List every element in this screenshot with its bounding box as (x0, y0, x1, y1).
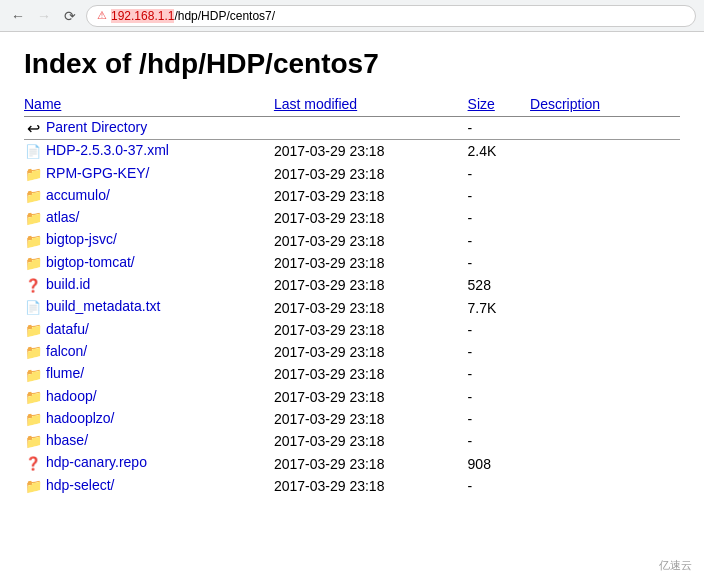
col-size-sort-link[interactable]: Size (468, 96, 495, 112)
file-description-cell (530, 296, 680, 318)
file-name-cell: 📁hadoop/ (24, 386, 274, 408)
table-row: ❓build.id2017-03-29 23:18528 (24, 274, 680, 296)
file-modified-cell (274, 117, 468, 140)
file-link[interactable]: accumulo/ (46, 187, 110, 203)
table-row: 📁accumulo/2017-03-29 23:18- (24, 185, 680, 207)
file-modified-cell: 2017-03-29 23:18 (274, 341, 468, 363)
table-row: 📄HDP-2.5.3.0-37.xml2017-03-29 23:182.4K (24, 140, 680, 162)
file-link[interactable]: HDP-2.5.3.0-37.xml (46, 142, 169, 158)
file-size-cell: - (468, 363, 530, 385)
file-name-cell: 📁datafu/ (24, 319, 274, 341)
folder-icon: 📁 (24, 187, 42, 205)
file-name-cell: 📄build_metadata.txt (24, 296, 274, 318)
col-header-name: Name (24, 92, 274, 117)
page-title: Index of /hdp/HDP/centos7 (24, 48, 680, 80)
folder-icon: 📁 (24, 232, 42, 250)
file-modified-cell: 2017-03-29 23:18 (274, 140, 468, 162)
col-header-description: Description (530, 92, 680, 117)
file-description-cell (530, 274, 680, 296)
table-row: 📄build_metadata.txt2017-03-29 23:187.7K (24, 296, 680, 318)
file-name-cell: 📁hbase/ (24, 430, 274, 452)
url-text: 192.168.1.1/hdp/HDP/centos7/ (111, 9, 275, 23)
file-link[interactable]: Parent Directory (46, 119, 147, 135)
folder-icon: 📁 (24, 477, 42, 495)
col-modified-sort-link[interactable]: Last modified (274, 96, 357, 112)
file-size-cell: - (468, 475, 530, 497)
address-bar[interactable]: ⚠ 192.168.1.1/hdp/HDP/centos7/ (86, 5, 696, 27)
file-size-cell: - (468, 163, 530, 185)
file-listing-table: Name Last modified Size Description ↩Par… (24, 92, 680, 497)
file-name-cell: 📁hdp-select/ (24, 475, 274, 497)
page-content: Index of /hdp/HDP/centos7 Name Last modi… (0, 32, 704, 513)
file-name-cell: 📁accumulo/ (24, 185, 274, 207)
file-link[interactable]: hbase/ (46, 432, 88, 448)
file-link[interactable]: build.id (46, 276, 90, 292)
col-desc-sort-link[interactable]: Description (530, 96, 600, 112)
file-name-cell: 📁falcon/ (24, 341, 274, 363)
file-description-cell (530, 117, 680, 140)
col-header-size: Size (468, 92, 530, 117)
file-modified-cell: 2017-03-29 23:18 (274, 229, 468, 251)
back-button[interactable]: ← (8, 6, 28, 26)
file-modified-cell: 2017-03-29 23:18 (274, 207, 468, 229)
file-link[interactable]: falcon/ (46, 343, 87, 359)
col-name-sort-link[interactable]: Name (24, 96, 61, 112)
table-row: 📁hadooplzo/2017-03-29 23:18- (24, 408, 680, 430)
folder-icon: 📁 (24, 388, 42, 406)
file-text-icon: 📄 (24, 299, 42, 317)
file-modified-cell: 2017-03-29 23:18 (274, 408, 468, 430)
forward-button[interactable]: → (34, 6, 54, 26)
folder-icon: 📁 (24, 209, 42, 227)
file-size-cell: - (468, 386, 530, 408)
url-highlighted-part: 192.168.1.1 (111, 9, 174, 23)
file-modified-cell: 2017-03-29 23:18 (274, 252, 468, 274)
file-description-cell (530, 452, 680, 474)
file-text-icon: 📄 (24, 143, 42, 161)
unknown-file-icon: ❓ (24, 276, 42, 294)
file-link[interactable]: datafu/ (46, 321, 89, 337)
file-size-cell: - (468, 117, 530, 140)
folder-icon: 📁 (24, 432, 42, 450)
file-modified-cell: 2017-03-29 23:18 (274, 475, 468, 497)
file-description-cell (530, 163, 680, 185)
reload-button[interactable]: ⟳ (60, 6, 80, 26)
folder-icon: 📁 (24, 254, 42, 272)
file-name-cell: ❓hdp-canary.repo (24, 452, 274, 474)
file-link[interactable]: atlas/ (46, 209, 79, 225)
file-modified-cell: 2017-03-29 23:18 (274, 274, 468, 296)
file-link[interactable]: hadooplzo/ (46, 410, 115, 426)
file-description-cell (530, 386, 680, 408)
table-row: 📁atlas/2017-03-29 23:18- (24, 207, 680, 229)
table-row: 📁datafu/2017-03-29 23:18- (24, 319, 680, 341)
file-size-cell: - (468, 408, 530, 430)
file-link[interactable]: bigtop-jsvc/ (46, 231, 117, 247)
file-modified-cell: 2017-03-29 23:18 (274, 386, 468, 408)
file-name-cell: ↩Parent Directory (24, 117, 274, 140)
file-name-cell: ❓build.id (24, 274, 274, 296)
file-description-cell (530, 475, 680, 497)
file-size-cell: 528 (468, 274, 530, 296)
file-link[interactable]: build_metadata.txt (46, 298, 160, 314)
browser-toolbar: ← → ⟳ ⚠ 192.168.1.1/hdp/HDP/centos7/ (0, 0, 704, 32)
file-size-cell: - (468, 252, 530, 274)
file-link[interactable]: hdp-canary.repo (46, 454, 147, 470)
file-description-cell (530, 430, 680, 452)
file-size-cell: - (468, 185, 530, 207)
table-row: 📁hbase/2017-03-29 23:18- (24, 430, 680, 452)
table-row: ❓hdp-canary.repo2017-03-29 23:18908 (24, 452, 680, 474)
file-size-cell: - (468, 319, 530, 341)
file-description-cell (530, 252, 680, 274)
file-link[interactable]: hadoop/ (46, 388, 97, 404)
unknown-file-icon: ❓ (24, 455, 42, 473)
file-name-cell: 📁hadooplzo/ (24, 408, 274, 430)
file-modified-cell: 2017-03-29 23:18 (274, 363, 468, 385)
file-name-cell: 📁bigtop-tomcat/ (24, 252, 274, 274)
file-link[interactable]: hdp-select/ (46, 477, 114, 493)
folder-icon: 📁 (24, 366, 42, 384)
file-description-cell (530, 207, 680, 229)
file-link[interactable]: RPM-GPG-KEY/ (46, 165, 149, 181)
table-row: 📁flume/2017-03-29 23:18- (24, 363, 680, 385)
file-link[interactable]: flume/ (46, 365, 84, 381)
file-link[interactable]: bigtop-tomcat/ (46, 254, 135, 270)
table-row: 📁falcon/2017-03-29 23:18- (24, 341, 680, 363)
